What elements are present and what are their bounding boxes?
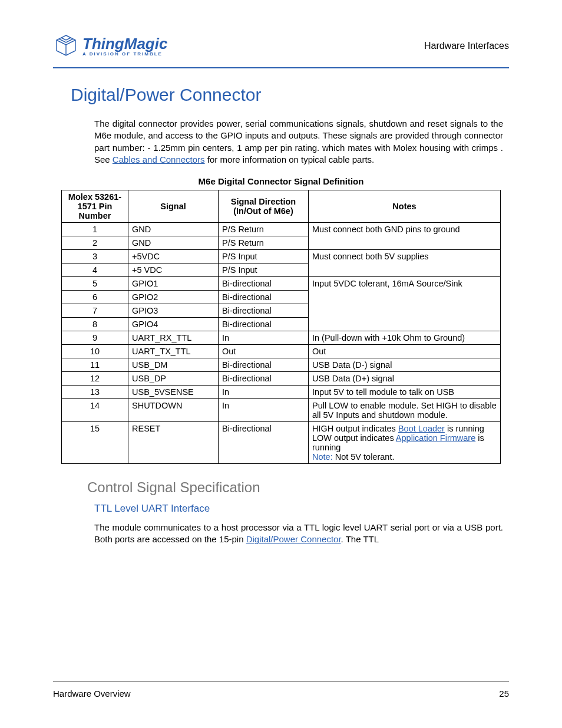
cell-signal: UART_RX_TTL bbox=[128, 331, 219, 345]
cell-direction: Bi-directional bbox=[219, 372, 309, 386]
cell-notes: Must connect both 5V supplies bbox=[309, 250, 501, 263]
section-heading: Control Signal Specification bbox=[87, 479, 509, 496]
th-pin: Molex 53261-1571 Pin Number bbox=[62, 190, 128, 223]
cell-signal: USB_5VSENSE bbox=[128, 386, 219, 399]
page-title: Digital/Power Connector bbox=[71, 85, 509, 105]
logo-icon bbox=[53, 33, 79, 59]
cell-signal: GPIO4 bbox=[128, 318, 219, 331]
table-row: 15RESETBi-directionalHIGH output indicat… bbox=[62, 422, 501, 464]
intro-text: - 1.25mm pin centers, 1 amp per pin rati… bbox=[147, 143, 453, 153]
logo: ThingMagic A DIVISION OF TRIMBLE bbox=[53, 33, 167, 59]
cell-signal: GPIO1 bbox=[128, 277, 219, 291]
table-row: 11USB_DMBi-directionalUSB Data (D-) sign… bbox=[62, 358, 501, 372]
cell-direction: P/S Return bbox=[219, 223, 309, 236]
section2-paragraph: The module communicates to a host proces… bbox=[94, 522, 503, 546]
table-row: 7GPIO3Bi-directional bbox=[62, 304, 501, 318]
cell-pin: 1 bbox=[62, 223, 128, 236]
cell-pin: 12 bbox=[62, 372, 128, 386]
table-row: 12USB_DPBi-directionalUSB Data (D+) sign… bbox=[62, 372, 501, 386]
cell-pin: 14 bbox=[62, 399, 128, 422]
cell-signal: USB_DM bbox=[128, 358, 219, 372]
cell-signal: USB_DP bbox=[128, 372, 219, 386]
cell-direction: P/S Return bbox=[219, 236, 309, 250]
cell-pin: 15 bbox=[62, 422, 128, 464]
link-digital-power-connector[interactable]: Digital/Power Connector bbox=[246, 534, 341, 544]
cell-signal: RESET bbox=[128, 422, 219, 464]
table-row: 1GNDP/S ReturnMust connect both GND pins… bbox=[62, 223, 501, 236]
cell-notes: Must connect both GND pins to ground bbox=[309, 223, 501, 236]
intro-text: for more information on typical cable pa… bbox=[205, 154, 375, 164]
logo-text-main: ThingMagic bbox=[82, 36, 167, 51]
link-cables-connectors[interactable]: Cables and Connectors bbox=[113, 154, 205, 164]
cell-direction: Out bbox=[219, 345, 309, 358]
cell-signal: UART_TX_TTL bbox=[128, 345, 219, 358]
cell-pin: 9 bbox=[62, 331, 128, 345]
cell-pin: 7 bbox=[62, 304, 128, 318]
footer-page-number: 25 bbox=[499, 689, 509, 699]
cell-notes: Input 5V to tell module to talk on USB bbox=[309, 386, 501, 399]
cell-signal: GPIO2 bbox=[128, 291, 219, 304]
table-row: 9UART_RX_TTLInIn (Pull-down with +10k Oh… bbox=[62, 331, 501, 345]
th-signal: Signal bbox=[128, 190, 219, 223]
header-section-title: Hardware Interfaces bbox=[424, 41, 509, 51]
table-row: 5GPIO1Bi-directionalInput 5VDC tolerant,… bbox=[62, 277, 501, 291]
intro-text: with crimps bbox=[453, 143, 500, 153]
cell-notes bbox=[309, 291, 501, 304]
th-notes: Notes bbox=[309, 190, 501, 223]
cell-direction: In bbox=[219, 399, 309, 422]
signal-definition-table: Molex 53261-1571 Pin Number Signal Signa… bbox=[61, 190, 501, 464]
cell-direction: In bbox=[219, 331, 309, 345]
table-row: 10UART_TX_TTLOutOut bbox=[62, 345, 501, 358]
link-application-firmware[interactable]: Application Firmware bbox=[396, 433, 475, 443]
cell-direction: Bi-directional bbox=[219, 277, 309, 291]
cell-pin: 11 bbox=[62, 358, 128, 372]
table-row: 8GPIO4Bi-directional bbox=[62, 318, 501, 331]
cell-pin: 5 bbox=[62, 277, 128, 291]
table-row: 4+5 VDCP/S Input bbox=[62, 263, 501, 277]
table-row: 14SHUTDOWNInPull LOW to enable module. S… bbox=[62, 399, 501, 422]
cell-pin: 2 bbox=[62, 236, 128, 250]
cell-direction: Bi-directional bbox=[219, 304, 309, 318]
section2-text: . The TTL bbox=[341, 534, 379, 544]
cell-signal: SHUTDOWN bbox=[128, 399, 219, 422]
cell-notes bbox=[309, 318, 501, 331]
cell-notes bbox=[309, 263, 501, 277]
subsection-heading: TTL Level UART Interface bbox=[94, 503, 509, 515]
cell-signal: +5 VDC bbox=[128, 263, 219, 277]
page-footer: Hardware Overview 25 bbox=[53, 681, 509, 699]
table-header-row: Molex 53261-1571 Pin Number Signal Signa… bbox=[62, 190, 501, 223]
cell-pin: 6 bbox=[62, 291, 128, 304]
table-row: 3+5VDCP/S InputMust connect both 5V supp… bbox=[62, 250, 501, 263]
cell-direction: P/S Input bbox=[219, 263, 309, 277]
table-row: 13USB_5VSENSEInInput 5V to tell module t… bbox=[62, 386, 501, 399]
footer-left: Hardware Overview bbox=[53, 689, 131, 699]
link-boot-loader[interactable]: Boot Loader bbox=[398, 424, 445, 433]
cell-notes bbox=[309, 304, 501, 318]
cell-pin: 10 bbox=[62, 345, 128, 358]
intro-paragraph: The digital connector provides power, se… bbox=[94, 118, 503, 166]
cell-notes: USB Data (D-) signal bbox=[309, 358, 501, 372]
note-label: Note: bbox=[312, 452, 333, 462]
cell-direction: Bi-directional bbox=[219, 422, 309, 464]
table-row: 2GNDP/S Return bbox=[62, 236, 501, 250]
cell-signal: +5VDC bbox=[128, 250, 219, 263]
cell-signal: GPIO3 bbox=[128, 304, 219, 318]
cell-notes: In (Pull-down with +10k Ohm to Ground) bbox=[309, 331, 501, 345]
cell-notes: Out bbox=[309, 345, 501, 358]
th-direction: Signal Direction (In/Out of M6e) bbox=[219, 190, 309, 223]
logo-text-sub: A DIVISION OF TRIMBLE bbox=[82, 51, 167, 57]
table-row: 6GPIO2Bi-directional bbox=[62, 291, 501, 304]
cell-pin: 8 bbox=[62, 318, 128, 331]
page-header: ThingMagic A DIVISION OF TRIMBLE Hardwar… bbox=[53, 33, 509, 68]
cell-direction: In bbox=[219, 386, 309, 399]
cell-pin: 4 bbox=[62, 263, 128, 277]
table-caption: M6e Digital Connector Signal Definition bbox=[53, 176, 509, 186]
cell-signal: GND bbox=[128, 223, 219, 236]
cell-pin: 13 bbox=[62, 386, 128, 399]
cell-direction: Bi-directional bbox=[219, 318, 309, 331]
cell-notes: USB Data (D+) signal bbox=[309, 372, 501, 386]
cell-notes: Pull LOW to enable module. Set HIGH to d… bbox=[309, 399, 501, 422]
cell-notes: HIGH output indicates Boot Loader is run… bbox=[309, 422, 501, 464]
cell-direction: P/S Input bbox=[219, 250, 309, 263]
cell-signal: GND bbox=[128, 236, 219, 250]
